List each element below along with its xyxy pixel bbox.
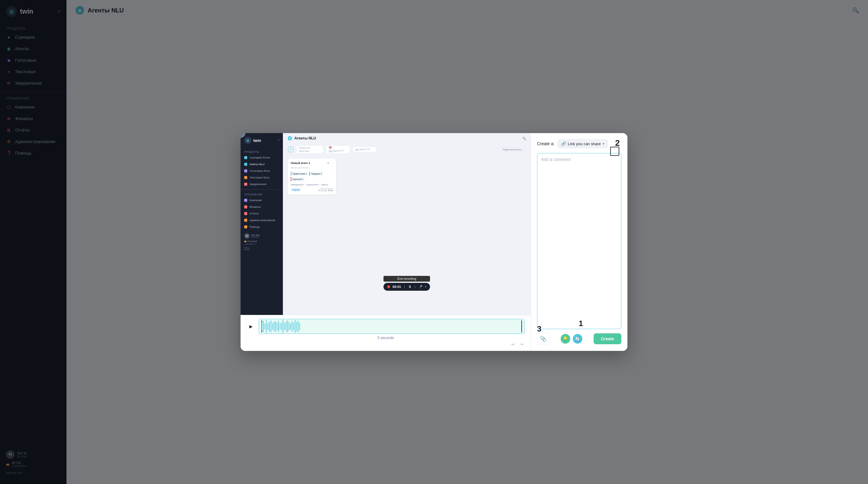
link-dropdown[interactable]: 🔗 Link you can share ▾ xyxy=(558,139,608,148)
annotation-1-container: Create 1 xyxy=(594,333,621,344)
mini-sidebar-item-finance[interactable]: Финансы xyxy=(241,204,283,210)
mini-voice-icon xyxy=(244,169,247,172)
link-icon: 🔗 xyxy=(561,141,566,146)
waveform-bar xyxy=(272,323,273,330)
right-bottom-actions: 📎 3 💡 🔄 xyxy=(537,333,621,345)
mini-search-input[interactable]: Поиск по агентам xyxy=(296,145,323,154)
annotation-number-1: 1 xyxy=(579,319,583,328)
mini-main-header: ◉ Агенты NLU 🔍 xyxy=(283,133,531,143)
mini-name-value: @ 306 xyxy=(244,249,279,251)
mini-sidebar-logo: ◎ twin ≡ xyxy=(241,137,283,149)
mini-sidebar-label: Помощь xyxy=(249,225,260,228)
waveform-bar xyxy=(266,320,267,333)
modal-right: Create a: 🔗 Link you can share ▾ 2 xyxy=(531,133,627,351)
modal-preview: ◎ twin ≡ Продукты Сценарии ботов Агенты … xyxy=(241,133,531,351)
refresh-icon: 🔄 xyxy=(575,336,580,341)
mini-toolbar: + Поиск по агентам 📅 ДД.ММ.ГГГГ ДД.ММ.ГГ… xyxy=(283,143,531,155)
mini-help-icon xyxy=(244,225,247,228)
waveform-bar xyxy=(261,322,262,331)
waveform-bar xyxy=(263,321,264,332)
waveform-bar xyxy=(296,321,297,331)
mini-date-from[interactable]: 📅 ДД.ММ.ГГГГ xyxy=(326,145,350,154)
mini-main-title: Агенты NLU xyxy=(294,136,316,140)
waveform[interactable] xyxy=(259,319,525,334)
mini-scenarios-icon xyxy=(244,156,247,159)
mini-card-bottom: Обучен Дата создания 27.12.23, 20:38 xyxy=(291,188,333,192)
mini-admin-icon xyxy=(244,219,247,222)
waveform-bar xyxy=(284,323,285,330)
bulb-icon: 💡 xyxy=(563,336,568,341)
play-button[interactable]: ▶ xyxy=(247,322,255,331)
mini-stat-intents: Намерений 3 xyxy=(291,183,304,186)
mini-sidebar-label: Уведомления xyxy=(249,183,266,186)
mini-sidebar-item-reports[interactable]: Отчёты xyxy=(241,210,283,217)
refresh-button[interactable]: 🔄 xyxy=(573,334,582,344)
waveform-handle-right xyxy=(521,320,522,333)
modal-body: ◎ twin ≡ Продукты Сценарии ботов Агенты … xyxy=(241,133,627,351)
ai-suggestion-button[interactable]: 💡 xyxy=(561,334,570,344)
mini-sidebar-item-voice[interactable]: Голосовые боты xyxy=(241,168,283,174)
undo-button[interactable]: ↩ xyxy=(510,341,516,347)
create-a-label: Create a: xyxy=(537,141,555,146)
mini-text-icon xyxy=(244,176,247,179)
mini-card-icon: 💳 xyxy=(244,240,246,242)
mini-date-to[interactable]: ДД.ММ.ГГГГ xyxy=(352,147,377,152)
mini-sidebar-label: Агенты NLU xyxy=(249,163,265,166)
mini-sidebar-item-company[interactable]: Компания xyxy=(241,197,283,204)
mini-agent-card[interactable]: Новый агент 1 ⚙ ··· Агент для теста Прив… xyxy=(288,159,336,195)
mini-sidebar-label: Голосовые боты xyxy=(249,169,270,172)
mini-balance: 💳 68 702.66 ₽ xyxy=(244,240,279,242)
mini-sidebar: ◎ twin ≡ Продукты Сценарии ботов Агенты … xyxy=(241,133,283,315)
mini-sidebar-label: Финансы xyxy=(249,205,261,208)
mini-card-desc: Агент для теста xyxy=(291,166,333,169)
mini-sidebar-item-agents[interactable]: Агенты NLU xyxy=(241,161,283,168)
chevron-down-icon: ▾ xyxy=(602,142,604,146)
mini-settings-icon: ⚙ xyxy=(327,162,330,165)
bottom-left: 📎 3 xyxy=(537,333,549,345)
duration-text: 5 seconds xyxy=(247,336,525,340)
annotation-3-container: 📎 3 xyxy=(537,333,549,345)
mini-main: ◉ Агенты NLU 🔍 + Поиск по агентам 📅 ДД.М… xyxy=(283,133,531,315)
mini-sidebar-item-help[interactable]: Помощь xyxy=(241,224,283,230)
waveform-bar xyxy=(271,320,271,333)
mini-reports-icon xyxy=(244,212,247,215)
comment-input[interactable] xyxy=(537,153,621,329)
redo-button[interactable]: ↪ xyxy=(519,341,525,347)
mini-card-title: Новый агент 1 xyxy=(291,162,310,165)
waveform-bar xyxy=(289,322,289,331)
mini-sidebar-item-admin[interactable]: Администрирование xyxy=(241,217,283,224)
waveform-bar xyxy=(280,323,280,329)
mini-user-info: TT Test Test @ 12942 xyxy=(244,233,279,239)
annotation-2-box xyxy=(610,147,619,156)
mic-chevron: ▾ xyxy=(425,285,427,288)
mini-user-section: TT Test Test @ 12942 💳 68 702.66 ₽ 1 0 xyxy=(241,230,283,254)
attach-button[interactable]: 📎 xyxy=(537,333,549,345)
mini-section-management: Управление xyxy=(241,192,283,197)
mini-main-icon: ◉ xyxy=(288,136,292,140)
mini-sidebar-item-notif[interactable]: Уведомления xyxy=(241,181,283,188)
waveform-bar xyxy=(281,322,282,331)
mini-tag-greeting: Приветствие 4 xyxy=(291,172,308,176)
mini-divider xyxy=(241,189,283,190)
mini-trained-badge: Обучен xyxy=(291,188,301,192)
annotation-number-3: 3 xyxy=(537,324,541,334)
waveform-bar xyxy=(268,323,268,330)
waveform-bar xyxy=(299,323,300,330)
mini-sidebar-item-scenarios[interactable]: Сценарии ботов xyxy=(241,154,283,161)
mini-stat-phrases: Фраз 8 xyxy=(321,183,328,186)
create-button[interactable]: Create xyxy=(594,333,621,344)
recording-tooltip: End recording 00:01 | ⏸ | 🎤 ▾ xyxy=(383,276,430,291)
pause-button[interactable]: ⏸ xyxy=(408,285,412,289)
mini-edit-button[interactable]: Редактор агентн... xyxy=(500,147,526,152)
mini-content: Новый агент 1 ⚙ ··· Агент для теста Прив… xyxy=(283,155,531,315)
waveform-bar xyxy=(292,321,292,332)
tooltip-label: End recording xyxy=(383,276,430,282)
waveform-bar xyxy=(274,321,274,331)
mini-sidebar-item-text[interactable]: Текстовые боты xyxy=(241,174,283,181)
mini-stat-entities: Сущностей 4 xyxy=(306,183,319,186)
waveform-bar xyxy=(286,321,286,332)
mic-button[interactable]: 🎤 xyxy=(418,285,423,289)
mini-add-button[interactable]: + xyxy=(288,146,294,152)
bottom-icons: 💡 🔄 xyxy=(561,334,582,344)
modal: × ◎ twin ≡ Продукты Сце xyxy=(241,133,627,351)
